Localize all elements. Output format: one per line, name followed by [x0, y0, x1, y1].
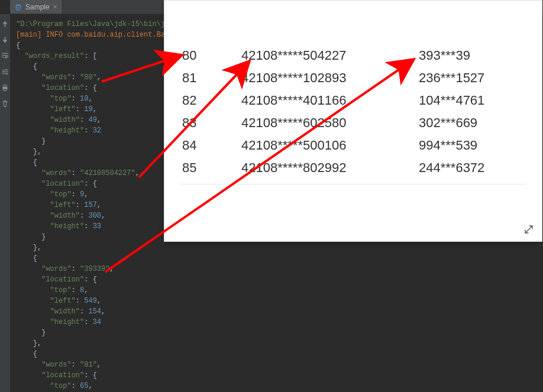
svg-point-1 — [6, 69, 7, 70]
svg-rect-6 — [4, 89, 7, 90]
table-cell: 42108*****602580 — [239, 112, 416, 134]
soft-wrap-icon[interactable] — [1, 52, 9, 60]
arrow-down-icon[interactable] — [1, 36, 9, 44]
run-tool-gutter — [0, 14, 10, 392]
table-cell: 83 — [180, 112, 239, 134]
table-cell: 302***669 — [416, 112, 526, 134]
ocr-preview-table: 8042108*****504227393***398142108*****10… — [180, 44, 526, 179]
table-cell: 236***1527 — [416, 67, 526, 89]
console-log-line: [main] INFO com.baidu.aip.client.Ba — [16, 31, 165, 39]
table-row: 8242108*****401166104***4761 — [180, 89, 526, 112]
close-icon[interactable]: × — [53, 3, 57, 11]
table-row: 8042108*****504227393***39 — [180, 44, 526, 67]
svg-rect-5 — [4, 85, 7, 87]
database-icon — [15, 4, 22, 11]
table-cell: 42108*****500106 — [239, 134, 416, 157]
console-path-line: "D:\Program Files\Java\jdk-15\bin\j — [16, 20, 165, 28]
table-row: 8142108*****102893236***1527 — [180, 67, 526, 89]
table-cell: 393***39 — [416, 44, 526, 67]
table-cell: 80 — [180, 44, 239, 67]
preview-divider — [180, 184, 526, 184]
table-cell: 104***4761 — [416, 89, 526, 112]
svg-point-3 — [6, 73, 7, 74]
table-row: 8442108*****500106994***539 — [180, 134, 526, 157]
editor-tab-label: Sample — [25, 3, 50, 11]
ocr-preview-panel: 8042108*****504227393***398142108*****10… — [164, 0, 542, 242]
table-cell: 84 — [180, 134, 239, 157]
table-cell: 85 — [180, 157, 239, 179]
table-cell: 42108*****102893 — [239, 67, 416, 89]
table-cell: 244***6372 — [416, 157, 526, 179]
svg-point-2 — [3, 71, 4, 72]
table-row: 8342108*****602580302***669 — [180, 112, 526, 134]
table-cell: 82 — [180, 89, 239, 112]
table-cell: 42108*****504227 — [239, 44, 416, 67]
table-row: 8542108*****802992244***6372 — [180, 157, 526, 179]
table-cell: 994***539 — [416, 134, 526, 157]
settings-icon[interactable] — [1, 68, 9, 76]
expand-icon[interactable] — [524, 225, 534, 234]
svg-point-0 — [16, 4, 21, 6]
print-icon[interactable] — [1, 84, 9, 92]
table-cell: 81 — [180, 67, 239, 89]
console-json-output: { "words_result": [ { "words": "80", "lo… — [16, 41, 140, 390]
table-cell: 42108*****802992 — [239, 157, 416, 179]
table-cell: 42108*****401166 — [239, 89, 416, 112]
editor-tab-sample[interactable]: Sample × — [10, 0, 63, 14]
arrow-up-icon[interactable] — [1, 20, 9, 28]
trash-icon[interactable] — [1, 100, 9, 108]
